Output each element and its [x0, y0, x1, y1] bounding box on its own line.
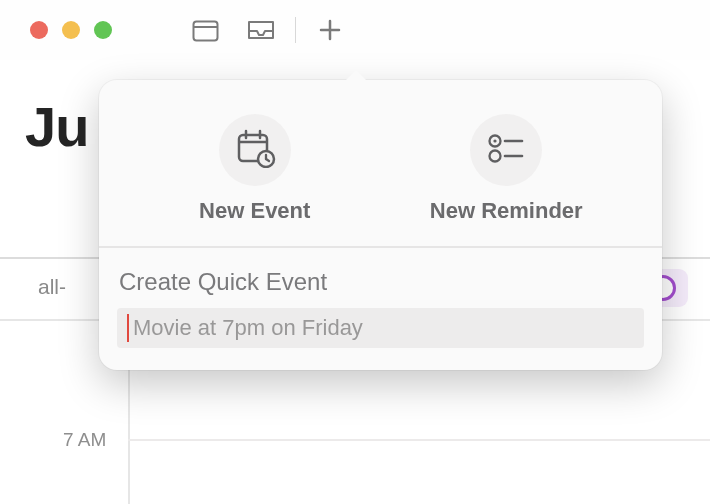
popover-bottom: Create Quick Event Movie at 7pm on Frida…: [99, 248, 662, 370]
svg-point-14: [490, 151, 501, 162]
calendar-icon: [192, 18, 219, 42]
hour-line-7am: [128, 439, 710, 441]
new-reminder-label: New Reminder: [430, 198, 583, 224]
hour-label-7am: 7 AM: [63, 429, 106, 451]
add-toolbar-button[interactable]: [302, 12, 358, 48]
toolbar-separator: [295, 17, 296, 43]
add-popover: New Event New Reminder Create Quick Even…: [99, 80, 662, 370]
popover-top: New Event New Reminder: [99, 80, 662, 246]
zoom-window-button[interactable]: [94, 21, 112, 39]
calendar-add-icon: [234, 128, 276, 172]
quick-event-input[interactable]: Movie at 7pm on Friday: [117, 308, 644, 348]
month-title: Ju: [25, 94, 88, 159]
new-event-circle: [219, 114, 291, 186]
svg-point-12: [494, 139, 497, 142]
reminder-list-icon: [486, 131, 526, 169]
inbox-icon: [246, 19, 276, 41]
inbox-toolbar-button[interactable]: [233, 12, 289, 48]
text-caret: [127, 314, 129, 342]
close-window-button[interactable]: [30, 21, 48, 39]
minimize-window-button[interactable]: [62, 21, 80, 39]
traffic-lights: [30, 21, 112, 39]
quick-event-heading: Create Quick Event: [119, 268, 642, 296]
new-event-option[interactable]: New Event: [129, 114, 381, 224]
svg-rect-0: [193, 22, 217, 41]
allday-label: all-: [38, 275, 66, 299]
popover-arrow: [344, 68, 368, 80]
window-toolbar: [0, 0, 710, 60]
quick-event-placeholder: Movie at 7pm on Friday: [133, 315, 363, 341]
calendars-toolbar-button[interactable]: [177, 12, 233, 48]
new-event-label: New Event: [199, 198, 310, 224]
new-reminder-circle: [470, 114, 542, 186]
new-reminder-option[interactable]: New Reminder: [381, 114, 633, 224]
toolbar-buttons: [177, 12, 358, 48]
plus-icon: [319, 19, 341, 41]
